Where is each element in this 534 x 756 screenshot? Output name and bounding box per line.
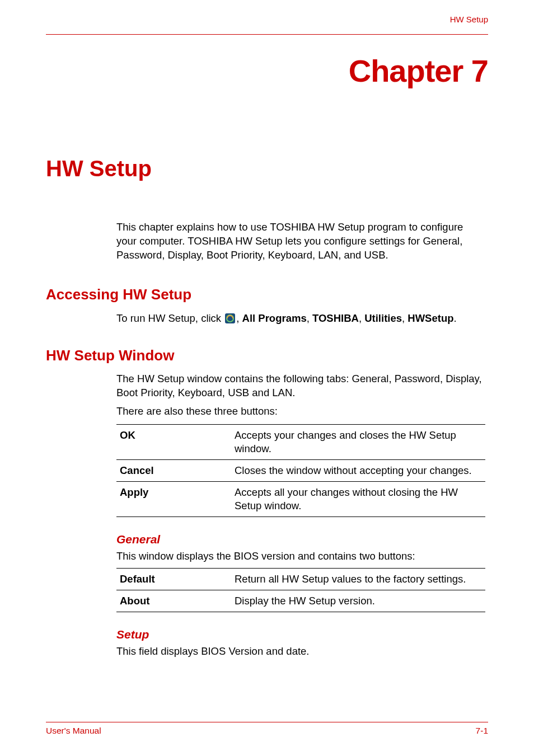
sep1: , xyxy=(236,312,242,324)
setup-desc: This field displays BIOS Version and dat… xyxy=(116,645,485,659)
page-header: HW Setup xyxy=(46,15,488,35)
term-cancel: Cancel xyxy=(116,459,231,481)
run-instruction: To run HW Setup, click , All Programs, T… xyxy=(116,311,485,326)
header-section-label: HW Setup xyxy=(46,15,488,24)
desc-apply: Accepts all your changes without closing… xyxy=(231,481,485,516)
table-row: About Display the HW Setup version. xyxy=(116,590,485,612)
table-row: OK Accepts your changes and closes the H… xyxy=(116,424,485,459)
desc-ok: Accepts your changes and closes the HW S… xyxy=(231,424,485,459)
period: . xyxy=(454,312,457,324)
table-row: Default Return all HW Setup values to th… xyxy=(116,568,485,590)
table-row: Apply Accepts all your changes without c… xyxy=(116,481,485,516)
desc-about: Display the HW Setup version. xyxy=(231,590,485,612)
general-desc: This window displays the BIOS version an… xyxy=(116,550,485,564)
sep3: , xyxy=(359,312,364,324)
footer-left: User's Manual xyxy=(46,726,101,736)
term-default: Default xyxy=(116,568,231,590)
desc-cancel: Closes the window without accepting your… xyxy=(231,459,485,481)
term-apply: Apply xyxy=(116,481,231,516)
footer-rule xyxy=(46,722,488,722)
all-programs-label: All Programs xyxy=(242,312,307,324)
hwsetup-label: HWSetup xyxy=(407,312,453,324)
setup-subheading: Setup xyxy=(116,628,485,641)
sep4: , xyxy=(402,312,407,324)
window-heading: HW Setup Window xyxy=(46,347,488,364)
utilities-label: Utilities xyxy=(364,312,402,324)
page-footer: User's Manual 7-1 xyxy=(46,722,488,736)
windows-start-icon xyxy=(225,313,235,323)
intro-paragraph: This chapter explains how to use TOSHIBA… xyxy=(116,220,485,262)
general-buttons-table: Default Return all HW Setup values to th… xyxy=(116,568,485,612)
page-title: HW Setup xyxy=(46,156,488,181)
desc-default: Return all HW Setup values to the factor… xyxy=(231,568,485,590)
general-subheading: General xyxy=(116,533,485,546)
content-body: This chapter explains how to use TOSHIBA… xyxy=(116,220,485,262)
sep2: , xyxy=(307,312,312,324)
window-desc: The HW Setup window contains the followi… xyxy=(116,372,485,400)
buttons-intro: There are also these three buttons: xyxy=(116,405,485,419)
toshiba-label: TOSHIBA xyxy=(312,312,359,324)
header-rule xyxy=(46,34,488,35)
chapter-title: Chapter 7 xyxy=(46,53,488,89)
accessing-heading: Accessing HW Setup xyxy=(46,286,488,303)
footer-page-number: 7-1 xyxy=(476,726,488,736)
term-ok: OK xyxy=(116,424,231,459)
run-prefix: To run HW Setup, click xyxy=(116,312,224,324)
table-row: Cancel Closes the window without accepti… xyxy=(116,459,485,481)
window-buttons-table: OK Accepts your changes and closes the H… xyxy=(116,424,485,517)
term-about: About xyxy=(116,590,231,612)
